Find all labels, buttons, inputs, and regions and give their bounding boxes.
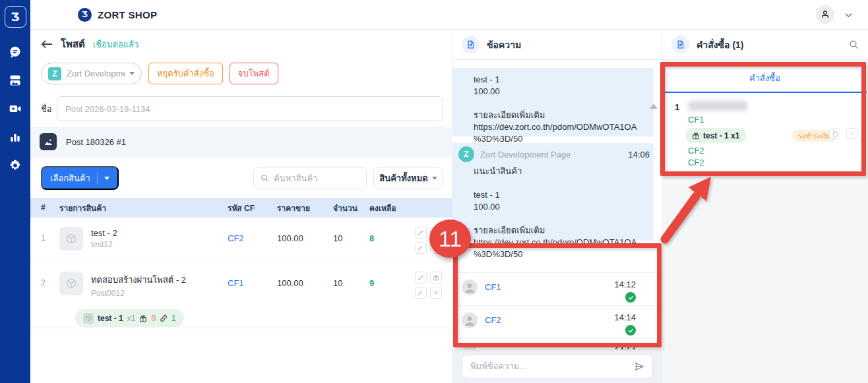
comment-row: CF2 14:14: [452, 338, 662, 349]
orders-title: คำสั่งซื้อ (1): [697, 38, 744, 52]
live-video-nav-icon[interactable]: [7, 100, 24, 117]
bundle-name: test - 1: [98, 314, 123, 323]
settings-nav-icon[interactable]: [7, 157, 24, 174]
edit-icon[interactable]: [415, 227, 427, 239]
user-menu-caret-icon[interactable]: [845, 10, 852, 20]
gift-count: 0: [151, 314, 156, 323]
col-name: รายการสินค้า: [59, 202, 228, 214]
row-index: 2: [41, 272, 59, 287]
bundle-item-tag: test - 1 x1 0 1: [75, 309, 184, 327]
brand-name: ZORT SHOP: [98, 9, 157, 20]
product-price: 100.00: [277, 227, 333, 243]
table-row: 2 ทดสอบสร้างผ่านโพสต์ - 2 Post0012 CF1 1…: [30, 262, 452, 328]
bot-message-tail: test - 1 100.00 รายละเอียดเพิ่มเติม http…: [452, 68, 654, 136]
linked-post-row[interactable]: Post 180326 #1: [30, 127, 452, 157]
col-cf: รหัส CF: [228, 202, 277, 214]
user-avatar[interactable]: [816, 5, 834, 24]
product-search-input[interactable]: [274, 173, 359, 183]
order-cancel-icon[interactable]: [846, 128, 857, 139]
check-icon: [625, 325, 636, 336]
order-cf-code: CF1: [688, 115, 704, 125]
sidebar: Ʒ: [0, 0, 30, 383]
comment-time: 14:14: [614, 312, 636, 322]
share-icon[interactable]: [415, 287, 427, 299]
chevron-down-icon: [129, 72, 135, 75]
commenter-name[interactable]: CF1: [485, 280, 501, 292]
order-card: คำสั่งซื้อ 1 CF1 test - 1 x1 รอชำระเงิน …: [663, 64, 867, 175]
product-thumbnail-icon: [83, 313, 94, 324]
order-doc-icon[interactable]: [829, 128, 840, 139]
product-remaining: 9: [369, 272, 410, 288]
comment-row: CF2 14:14: [452, 305, 662, 338]
post-name-input[interactable]: [57, 96, 443, 121]
chat-message-input[interactable]: [470, 361, 634, 371]
user-avatar: [462, 312, 478, 328]
order-item-label: test - 1 x1: [703, 131, 739, 140]
order-row[interactable]: 1 CF1 test - 1 x1 รอชำระเงิน CF2 CF2: [663, 93, 867, 102]
order-cf-code: CF2: [688, 146, 704, 156]
page-avatar: Z: [48, 67, 61, 80]
chat-input-bar: [452, 349, 662, 383]
comment-row: CF1 14:12: [452, 272, 662, 305]
message-doc-icon: [462, 36, 480, 53]
page-title: โพสต์: [61, 36, 85, 52]
bot-avatar: Z: [458, 146, 474, 162]
order-item-tag: test - 1 x1: [685, 128, 746, 143]
scroll-up-icon[interactable]: [650, 103, 658, 109]
cf-code-link[interactable]: CF2: [228, 227, 277, 243]
product-remaining: 8: [369, 227, 410, 243]
product-filter-value: สินค้าทั้งหมด: [379, 171, 427, 185]
orders-panel: คำสั่งซื้อ (1) คำสั่งซื้อ 1 CF1 test - 1…: [662, 30, 868, 383]
commenter-name[interactable]: CF2: [485, 312, 501, 325]
order-cf-code: CF2: [688, 158, 704, 167]
product-qty: 10: [333, 227, 369, 243]
post-panel: โพสต์ เชื่อมต่อแล้ว Z Zort Developme... …: [30, 30, 452, 383]
col-remaining: คงเหลือ: [369, 202, 410, 214]
page-selector-dropdown[interactable]: Z Zort Developme...: [41, 63, 142, 84]
chevron-down-icon: [104, 177, 109, 180]
gift-icon[interactable]: [430, 227, 442, 239]
remove-icon[interactable]: [430, 287, 442, 299]
row-index: 1: [41, 227, 59, 243]
brand-logo-icon: Ʒ: [78, 8, 92, 22]
product-search-box[interactable]: [253, 167, 367, 189]
col-price: ราคาขาย: [277, 202, 333, 214]
top-header: Ʒ ZORT SHOP: [30, 0, 868, 30]
order-doc-icon: [671, 36, 689, 53]
stop-orders-button[interactable]: หยุดรับคำสั่งซื้อ: [148, 63, 223, 84]
search-icon[interactable]: [849, 40, 859, 49]
search-icon: [261, 173, 268, 183]
cf-code-link[interactable]: CF1: [228, 272, 277, 288]
gift-icon[interactable]: [430, 272, 442, 283]
link-icon: [160, 314, 168, 322]
select-product-button[interactable]: เลือกสินค้า: [41, 166, 119, 190]
product-sku: Post0012: [91, 289, 186, 298]
analytics-nav-icon[interactable]: [7, 129, 24, 146]
linked-post-name: Post 180326 #1: [66, 137, 126, 147]
posts-nav-icon[interactable]: [7, 72, 24, 89]
remove-icon[interactable]: [430, 242, 442, 254]
comment-time: 14:12: [614, 280, 636, 289]
post-image-icon: [40, 133, 57, 150]
check-icon: [625, 292, 636, 303]
select-product-label: เลือกสินค้า: [50, 171, 90, 185]
col-qty: จำนวน: [333, 202, 369, 214]
order-index: 1: [675, 102, 679, 112]
send-icon[interactable]: [634, 362, 644, 371]
chat-nav-icon[interactable]: [7, 44, 24, 61]
product-thumbnail-icon: [59, 272, 83, 295]
product-name: test - 2: [91, 227, 117, 238]
page-selector-value: Zort Developme...: [67, 69, 125, 78]
product-sku: test12: [91, 240, 117, 249]
zort-logo-icon[interactable]: Ʒ: [5, 6, 26, 28]
back-button[interactable]: [41, 40, 53, 49]
user-avatar: [462, 280, 478, 295]
edit-icon[interactable]: [415, 272, 427, 283]
connection-status: เชื่อมต่อแล้ว: [93, 38, 139, 51]
share-icon[interactable]: [415, 242, 427, 254]
end-post-button[interactable]: จบโพสต์: [230, 63, 278, 84]
gift-icon: [139, 314, 147, 322]
product-filter-dropdown[interactable]: สินค้าทั้งหมด: [373, 167, 443, 189]
product-name: ทดสอบสร้างผ่านโพสต์ - 2: [91, 272, 186, 287]
tab-orders[interactable]: คำสั่งซื้อ: [663, 64, 867, 93]
